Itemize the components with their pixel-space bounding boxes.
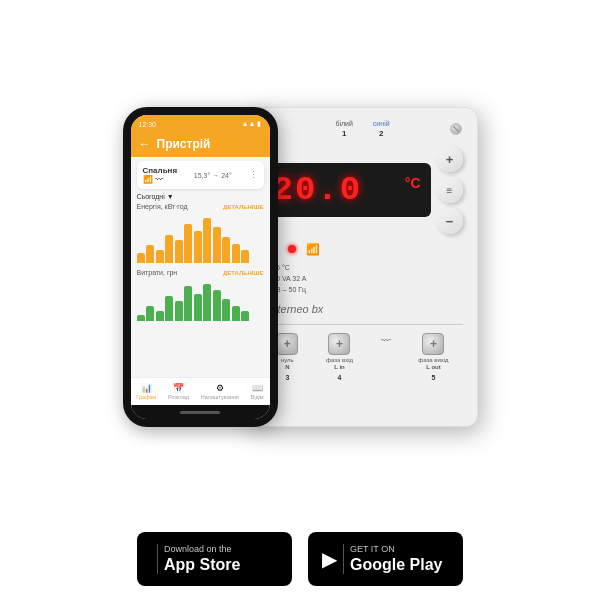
- terminal-3: нуль N 3: [276, 333, 298, 382]
- screen-title: Пристрій: [157, 137, 211, 151]
- plus-button[interactable]: +: [437, 146, 463, 172]
- terminal-5-screw: [422, 333, 444, 355]
- white-wire-num: 1: [342, 129, 346, 138]
- spec-power: 7 000 VA 32 A: [263, 273, 463, 284]
- white-wire-label: білий 1: [335, 120, 352, 138]
- spec-temp-range: 5...45 °C: [263, 262, 463, 273]
- schedule-icon: 📅: [173, 383, 184, 393]
- phone-screen: 12:30 ▲▲ ▮ ← Пристрій Спальня 📶: [131, 115, 270, 419]
- thermostat-top: білий 1 синій 2: [263, 120, 463, 138]
- nav-item-graphs[interactable]: 📊 Графіки: [136, 383, 156, 400]
- spend-bar: [241, 311, 249, 321]
- wifi-status-icon: 📶: [143, 175, 153, 184]
- energy-bar: [222, 237, 230, 263]
- energy-bar: [156, 250, 164, 263]
- room-name: Спальня: [143, 166, 178, 175]
- spend-bar: [222, 299, 230, 321]
- status-icons: ▲▲ ▮: [242, 120, 262, 128]
- graphs-icon: 📊: [141, 383, 152, 393]
- room-icons: 📶 〰: [143, 175, 178, 184]
- terminal-4: фаза вхід L in 4: [326, 333, 353, 382]
- energy-bar: [137, 253, 145, 263]
- energy-bar: [241, 250, 249, 263]
- menu-button[interactable]: ≡: [437, 177, 463, 203]
- energy-bar: [146, 245, 154, 263]
- spend-bar: [175, 301, 183, 321]
- terminal-5-num: 5: [432, 374, 436, 381]
- home-button[interactable]: [180, 411, 220, 414]
- google-play-button[interactable]: ▶ GET IT ON Google Play: [308, 532, 463, 586]
- spend-bar: [232, 306, 240, 321]
- bottom-nav: 📊 Графіки 📅 Розклад ⚙ Налаштування 📖 Від…: [131, 377, 270, 405]
- button-divider: [157, 544, 158, 574]
- log-icon: 📖: [252, 383, 263, 393]
- phone-header: ← Пристрій: [131, 133, 270, 157]
- terminal-5: фаза вихід L out 5: [418, 333, 448, 382]
- store-buttons-area: Download on the App Store ▶ GET IT ON Go…: [137, 524, 463, 590]
- blue-wire-num: 2: [379, 129, 383, 138]
- spend-bar: [203, 284, 211, 321]
- energy-bar: [184, 224, 192, 263]
- energy-bar: [203, 218, 211, 263]
- spend-title: Витрати, грн: [137, 269, 178, 276]
- energy-section-header: Енергія, кВт·год ДЕТАЛЬНІШЕ: [137, 203, 264, 210]
- spend-bar: [194, 294, 202, 321]
- brand-name: terneo bx: [278, 303, 324, 315]
- room-temperature: 15,3° → 24°: [194, 172, 232, 179]
- more-options-icon[interactable]: ⋮: [249, 170, 258, 180]
- device-specs: 5...45 °C 7 000 VA 32 A 230 В – 50 Гц: [263, 262, 463, 296]
- schedule-label: Розклад: [168, 394, 189, 400]
- temperature-reading: 20.0: [273, 171, 363, 209]
- spend-bar: [137, 315, 145, 321]
- heat-status-icon: 〰: [155, 175, 163, 184]
- wire-labels: білий 1 синій 2: [335, 120, 389, 138]
- blue-wire-label: синій 2: [373, 120, 390, 138]
- terminal-3-label: нуль N: [281, 357, 294, 373]
- energy-chart: [137, 213, 264, 263]
- apple-store-small-text: Download on the: [164, 544, 240, 555]
- room-card[interactable]: Спальня 📶 〰 15,3° → 24° ⋮: [137, 161, 264, 189]
- google-play-small-text: GET IT ON: [350, 544, 442, 555]
- spend-bar: [156, 311, 164, 321]
- today-label[interactable]: Сьогодні ▼: [137, 193, 264, 200]
- spend-chart: [137, 279, 264, 321]
- spend-bar: [165, 296, 173, 321]
- apple-store-button[interactable]: Download on the App Store: [137, 532, 292, 586]
- status-time: 12:30: [139, 121, 157, 128]
- energy-bar: [165, 235, 173, 263]
- log-label: Відім: [251, 394, 264, 400]
- energy-detail-link[interactable]: ДЕТАЛЬНІШЕ: [223, 204, 264, 210]
- terminal-5-label: фаза вихід L out: [418, 357, 448, 373]
- nav-item-log[interactable]: 📖 Відім: [251, 383, 264, 400]
- back-arrow-icon[interactable]: ←: [139, 137, 151, 151]
- energy-bar: [232, 244, 240, 263]
- apple-store-text: Download on the App Store: [164, 544, 240, 574]
- spec-voltage: 230 В – 50 Гц: [263, 284, 463, 295]
- phone-mockup: 12:30 ▲▲ ▮ ← Пристрій Спальня 📶: [123, 107, 278, 427]
- terminal-3-num: 3: [285, 374, 289, 381]
- thermostat-device: білий 1 синій 2 20.0 °C +: [248, 107, 478, 427]
- phone-body: 12:30 ▲▲ ▮ ← Пристрій Спальня 📶: [123, 107, 278, 427]
- white-wire-text: білий: [335, 120, 352, 127]
- minus-button[interactable]: −: [437, 208, 463, 234]
- terminal-3-screw: [276, 333, 298, 355]
- screw-right: [450, 123, 462, 135]
- spend-bar: [184, 286, 192, 321]
- home-indicator: [131, 405, 270, 419]
- spend-section-header: Витрати, грн ДЕТАЛЬНІШЕ: [137, 269, 264, 276]
- terminal-4-screw: [328, 333, 350, 355]
- spend-bar: [213, 290, 221, 321]
- button-divider-2: [343, 544, 344, 574]
- blue-wire-text: синій: [373, 120, 390, 127]
- control-buttons: + ≡ −: [437, 146, 463, 234]
- degree-unit: °C: [405, 175, 421, 191]
- google-play-text: GET IT ON Google Play: [350, 544, 442, 574]
- apple-store-large-text: App Store: [164, 555, 240, 574]
- nav-item-settings[interactable]: ⚙ Налаштування: [201, 383, 239, 400]
- spend-detail-link[interactable]: ДЕТАЛЬНІШЕ: [223, 270, 264, 276]
- nav-item-schedule[interactable]: 📅 Розклад: [168, 383, 189, 400]
- settings-icon: ⚙: [216, 383, 224, 393]
- temperature-display-panel: 20.0 °C: [263, 163, 431, 217]
- status-indicator-dot: [288, 245, 296, 253]
- energy-title: Енергія, кВт·год: [137, 203, 188, 210]
